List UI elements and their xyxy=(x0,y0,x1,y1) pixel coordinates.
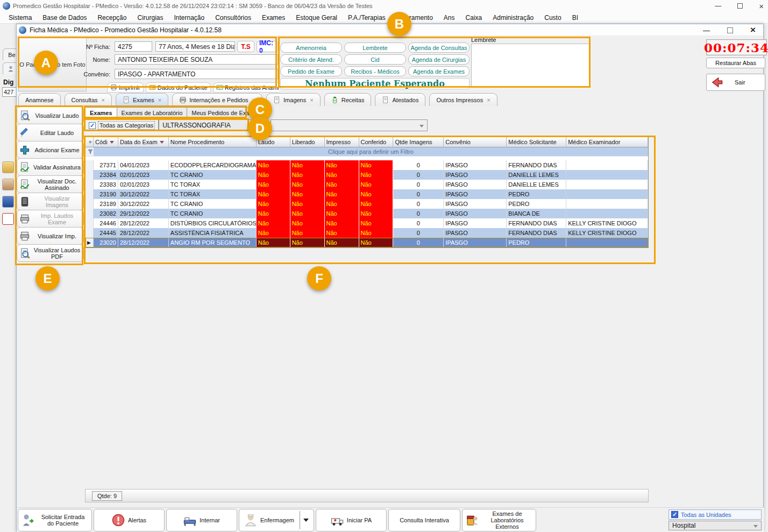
unit-select[interactable]: Hospital xyxy=(669,521,762,530)
minimize-button[interactable]: — xyxy=(715,2,721,10)
cell-convenio[interactable]: IPASGO xyxy=(444,199,507,209)
cell-codigo[interactable]: 23020 xyxy=(94,238,118,247)
row-indicator[interactable] xyxy=(86,209,94,218)
menu-item-sistema[interactable]: Sistema xyxy=(3,14,37,22)
tab-consultas[interactable]: Consultas× xyxy=(65,93,112,106)
cell-status[interactable]: Não xyxy=(359,228,394,238)
cell-status[interactable]: Não xyxy=(290,160,325,170)
row-indicator[interactable] xyxy=(86,189,94,199)
cell-convenio[interactable]: IPASGO xyxy=(444,180,507,189)
sort-arrow-icon[interactable] xyxy=(110,141,114,144)
table-row[interactable]: 2444528/12/2022ASSISTÊNCIA FISIÁTRICANão… xyxy=(86,228,648,238)
footer-button-consulta-interativa[interactable]: Consulta Interativa xyxy=(388,509,460,531)
ficha-minimize-button[interactable]: — xyxy=(703,26,710,34)
quick-button-pedido-de-exame[interactable]: Pedido de Exame xyxy=(280,66,342,76)
cell-convenio[interactable]: IPASGO xyxy=(444,218,507,228)
cell-status[interactable]: Não xyxy=(257,170,290,180)
cell-qtde-imagens[interactable]: 0 xyxy=(393,180,444,189)
cell-medico-examinador[interactable]: KELLY CRISTINE DIOGO xyxy=(566,218,648,228)
cell-procedimento[interactable]: TC TORAX xyxy=(169,189,257,199)
cell-data-exame[interactable]: 28/12/2022 xyxy=(118,218,169,228)
cell-status[interactable]: Não xyxy=(290,218,325,228)
cell-data-exame[interactable]: 30/12/2022 xyxy=(118,189,169,199)
row-indicator[interactable]: ▶ xyxy=(86,238,94,247)
sidebar-button-visualizar-doc-assinado[interactable]: Visualizar Doc. Assinado xyxy=(17,175,84,193)
menu-item-bi[interactable]: BI xyxy=(567,14,584,22)
cell-codigo[interactable]: 23384 xyxy=(94,170,118,180)
table-row[interactable]: 2319030/12/2022TC TORAXNãoNãoNãoNão0IPAS… xyxy=(86,189,648,199)
table-row[interactable]: 2737104/01/2023ECODOPPLERCARDIOGRAMANãoN… xyxy=(86,160,648,170)
menu-item-caixa[interactable]: Caixa xyxy=(460,14,488,22)
menu-item-base-de-dados[interactable]: Base de Dados xyxy=(37,14,92,22)
table-row[interactable]: 2308229/12/2022TC CRANIONãoNãoNãoNão0IPA… xyxy=(86,209,648,218)
row-indicator[interactable] xyxy=(86,199,94,209)
quick-button-cid[interactable]: Cid xyxy=(344,54,406,65)
menu-item-estoque-geral[interactable]: Estoque Geral xyxy=(290,14,343,22)
column-header-data-do-exam[interactable]: Data do Exam xyxy=(118,137,169,147)
cell-status[interactable]: Não xyxy=(325,238,359,247)
subtab-exames-de-laboratorio[interactable]: Exames de Laboratório xyxy=(117,108,188,118)
menu-item-exames[interactable]: Exames xyxy=(257,14,290,22)
filter-hint[interactable]: Clique aqui para definir um Filtro xyxy=(94,147,648,157)
cell-status[interactable]: Não xyxy=(257,189,290,199)
imc-button[interactable]: IMC: 0 xyxy=(257,41,278,52)
quick-button-agenda-de-cirurgias[interactable]: Agenda de Cirurgias xyxy=(408,54,470,65)
column-header-nome-procedimento[interactable]: Nome Procedimento xyxy=(169,137,257,147)
cell-status[interactable]: Não xyxy=(257,228,290,238)
cell-convenio[interactable]: IPASGO xyxy=(444,160,507,170)
quick-button-lembrete[interactable]: Lembrete xyxy=(344,42,406,53)
cell-status[interactable]: Não xyxy=(325,209,359,218)
restaurar-abas-button[interactable]: Restaurar Abas xyxy=(706,58,765,68)
cell-codigo[interactable]: 23383 xyxy=(94,180,118,189)
cell-medico-examinador[interactable] xyxy=(566,189,648,199)
cell-status[interactable]: Não xyxy=(257,238,290,247)
cell-qtde-imagens[interactable]: 0 xyxy=(393,189,444,199)
cell-status[interactable]: Não xyxy=(325,180,359,189)
tab-anamnese[interactable]: Anamnese xyxy=(18,93,61,106)
cell-medico-solicitante[interactable]: DANIELLE LEMES xyxy=(507,170,566,180)
ficha-number-field[interactable]: 4275 xyxy=(115,41,152,52)
footer-button-enfermagem[interactable]: Enfermagem xyxy=(239,509,314,531)
sidebar-button-editar-laudo[interactable]: Editar Laudo xyxy=(17,124,84,141)
cell-medico-examinador[interactable] xyxy=(566,170,648,180)
cell-procedimento[interactable]: ECODOPPLERCARDIOGRAMA xyxy=(169,160,257,170)
cell-status[interactable]: Não xyxy=(325,228,359,238)
cell-status[interactable]: Não xyxy=(257,199,290,209)
cell-procedimento[interactable]: ASSISTÊNCIA FISIÁTRICA xyxy=(169,228,257,238)
column-header-convenio[interactable]: Convênio xyxy=(444,137,507,147)
sidebar-button-visualizar-imp[interactable]: Visualizar Imp. xyxy=(17,227,84,245)
cell-codigo[interactable]: 27371 xyxy=(94,160,118,170)
sidebar-button-visualizar-laudo[interactable]: Visualizar Laudo xyxy=(17,107,84,124)
cell-medico-solicitante[interactable]: PEDRO xyxy=(507,189,566,199)
cell-status[interactable]: Não xyxy=(359,199,394,209)
cell-status[interactable]: Não xyxy=(290,180,325,189)
cell-status[interactable]: Não xyxy=(359,170,394,180)
row-indicator[interactable] xyxy=(86,170,94,180)
menu-item-recepcao[interactable]: Recepção xyxy=(92,14,132,22)
row-indicator[interactable] xyxy=(86,218,94,228)
tab-close-icon[interactable]: × xyxy=(158,97,161,103)
ficha-maximize-button[interactable] xyxy=(727,27,733,33)
cell-status[interactable]: Não xyxy=(359,180,394,189)
cell-status[interactable]: Não xyxy=(325,218,359,228)
cell-codigo[interactable]: 24445 xyxy=(94,228,118,238)
menu-item-p-a-terapias[interactable]: P.A./Terapias xyxy=(343,14,391,22)
quick-button-criterio-de-atend[interactable]: Critério de Atend. xyxy=(280,54,342,65)
tab-atestados[interactable]: Atestados xyxy=(375,93,425,106)
cell-medico-solicitante[interactable]: FERNANDO DIAS xyxy=(507,228,566,238)
cell-medico-examinador[interactable] xyxy=(566,180,648,189)
cell-qtde-imagens[interactable]: 0 xyxy=(393,209,444,218)
quick-button-agenda-de-exames[interactable]: Agenda de Exames xyxy=(408,66,470,76)
cell-data-exame[interactable]: 30/12/2022 xyxy=(118,199,169,209)
cell-status[interactable]: Não xyxy=(359,189,394,199)
column-header-medico-examinador[interactable]: Médico Examinador xyxy=(566,137,648,147)
cell-procedimento[interactable]: TC TORAX xyxy=(169,180,257,189)
cell-medico-solicitante[interactable]: BIANCA DE xyxy=(507,209,566,218)
ficha-close-button[interactable]: × xyxy=(750,25,756,36)
cell-status[interactable]: Não xyxy=(325,160,359,170)
table-row[interactable]: 2338402/01/2023TC CRANIONãoNãoNãoNão0IPA… xyxy=(86,170,648,180)
cell-data-exame[interactable]: 02/01/2023 xyxy=(118,170,169,180)
column-header-conferido[interactable]: Conferido xyxy=(359,137,394,147)
row-indicator[interactable] xyxy=(86,228,94,238)
cell-medico-solicitante[interactable]: PEDRO xyxy=(507,238,566,247)
